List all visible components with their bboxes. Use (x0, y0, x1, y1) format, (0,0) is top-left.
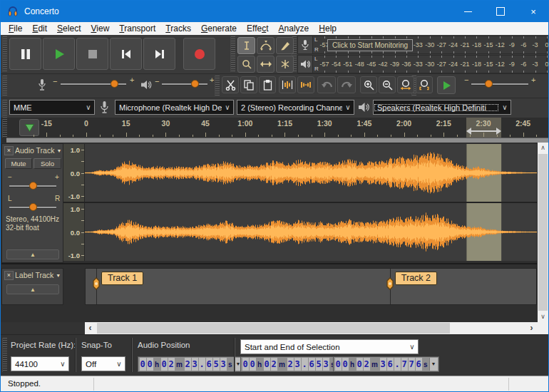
menu-help[interactable]: Help (314, 24, 342, 33)
mixer-toolbar-grip[interactable] (2, 76, 7, 96)
time-digit[interactable]: 2 (364, 358, 370, 371)
vertical-scrollbar[interactable]: ∧ ∨ (538, 143, 548, 322)
track-menu-icon[interactable]: ▼ (56, 273, 61, 278)
time-digit[interactable]: 6 (416, 358, 422, 371)
monitoring-overlay[interactable]: Click to Start Monitoring (327, 39, 413, 51)
track-gain-slider[interactable] (9, 181, 56, 191)
label-chip[interactable]: Track 2 (395, 272, 437, 285)
scroll-left-arrow[interactable]: ‹ (85, 322, 96, 334)
copy-button[interactable] (240, 76, 257, 93)
snap-to-select[interactable]: Off∨ (81, 356, 125, 371)
selection-tool-button[interactable] (237, 37, 255, 54)
undo-button[interactable] (317, 76, 336, 93)
recording-device-select[interactable]: Microphone (Realtek High Defini∨ (115, 100, 234, 115)
selection-end-field[interactable]: 00h02m36.776s▼ (333, 356, 439, 372)
time-digit[interactable]: 2 (185, 358, 191, 371)
close-track-button[interactable]: × (4, 146, 14, 155)
zoom-out-button[interactable] (379, 76, 396, 93)
audio-host-select[interactable]: MME∨ (9, 100, 95, 115)
collapse-track-button[interactable]: ▲ (6, 249, 59, 259)
mute-button[interactable]: Mute (5, 158, 32, 169)
trim-audio-button[interactable] (279, 76, 296, 93)
time-digit[interactable]: 3 (294, 358, 301, 371)
close-button[interactable]: × (517, 1, 549, 22)
label-marker-icon[interactable] (385, 277, 395, 293)
track-title[interactable]: Audio Track (15, 146, 54, 155)
time-digit[interactable]: . (394, 358, 401, 371)
track-menu-icon[interactable]: ▼ (56, 148, 61, 153)
selection-start-field[interactable]: 00h02m23.653s▼ (240, 356, 347, 372)
stop-button[interactable] (76, 38, 108, 70)
playback-device-select[interactable]: Speakers (Realtek High Definiti∨ (373, 100, 511, 115)
zoom-tool-button[interactable] (237, 56, 255, 73)
vertical-scroll-thumb[interactable] (538, 154, 548, 311)
record-volume-slider[interactable] (61, 79, 126, 89)
menu-select[interactable]: Select (52, 24, 86, 33)
time-digit[interactable]: 2 (271, 358, 277, 371)
gain-thumb[interactable] (29, 182, 37, 190)
edit-toolbar-grip[interactable] (215, 76, 220, 96)
label-chip[interactable]: Track 1 (101, 272, 143, 285)
time-digit[interactable]: 0 (140, 358, 146, 371)
maximize-button[interactable] (484, 1, 517, 22)
time-digit[interactable]: 3 (323, 358, 329, 371)
time-digit[interactable]: 2 (168, 358, 175, 371)
draw-tool-button[interactable] (276, 37, 294, 54)
redo-button[interactable] (337, 76, 356, 93)
waveform-canvas-right[interactable] (85, 203, 537, 261)
menu-view[interactable]: View (86, 24, 115, 33)
solo-button[interactable]: Solo (34, 158, 61, 169)
time-digit[interactable]: 3 (220, 358, 227, 371)
time-digit[interactable]: 0 (342, 358, 349, 371)
scroll-up-arrow[interactable]: ∧ (538, 143, 548, 153)
track-pan-slider[interactable] (9, 202, 56, 212)
waveform-canvas-left[interactable] (85, 144, 537, 202)
menu-effect[interactable]: Effect (242, 24, 274, 33)
cut-button[interactable] (222, 76, 239, 93)
horizontal-scrollbar[interactable]: ‹ › (85, 322, 537, 334)
recording-channels-select[interactable]: 2 (Stereo) Recording Channels∨ (237, 100, 354, 115)
tools-toolbar-grip[interactable] (230, 36, 235, 72)
paste-button[interactable] (259, 76, 276, 93)
pan-thumb[interactable] (29, 203, 37, 211)
recording-meter[interactable]: LR Click to Start Monitoring -57-54-51-4… (297, 36, 547, 54)
play-at-speed-button[interactable] (437, 76, 456, 94)
minimize-button[interactable] (451, 1, 484, 22)
time-digit[interactable]: 6 (206, 358, 212, 371)
time-digit[interactable]: 5 (213, 358, 220, 371)
time-digit[interactable]: 0 (356, 358, 363, 371)
playback-volume-slider[interactable] (162, 79, 207, 89)
time-digit[interactable]: 0 (242, 358, 249, 371)
pause-button[interactable] (9, 38, 41, 70)
selection-mode-select[interactable]: Start and End of Selection∨ (240, 339, 419, 354)
record-button[interactable] (183, 38, 215, 70)
time-digit[interactable]: 3 (380, 358, 386, 371)
scroll-down-arrow[interactable]: ∨ (538, 311, 548, 322)
audio-position-field[interactable]: 00h02m23.653s▼ (138, 356, 244, 372)
time-digit[interactable]: 6 (387, 358, 394, 371)
play-button[interactable] (43, 38, 75, 70)
playback-volume-thumb[interactable] (191, 80, 199, 88)
time-digit[interactable]: 0 (264, 358, 270, 371)
label-marker-icon[interactable] (91, 277, 101, 293)
menu-analyze[interactable]: Analyze (274, 24, 314, 33)
fit-selection-button[interactable] (397, 76, 414, 93)
menu-generate[interactable]: Generate (196, 24, 242, 33)
label-track-row[interactable]: Track 1Track 2 (85, 268, 537, 305)
project-rate-select[interactable]: 44100∨ (11, 356, 69, 371)
record-volume-thumb[interactable] (111, 80, 118, 88)
time-digit[interactable]: 0 (335, 358, 342, 371)
zoom-in-button[interactable] (360, 76, 377, 93)
time-digit[interactable]: 3 (192, 358, 198, 371)
horizontal-scroll-thumb[interactable] (97, 323, 450, 334)
time-digit[interactable]: 2 (287, 358, 294, 371)
fit-project-button[interactable] (416, 76, 433, 93)
time-digit[interactable]: 7 (401, 358, 408, 371)
track-title[interactable]: Label Track (15, 271, 53, 279)
menu-edit[interactable]: Edit (27, 24, 52, 33)
menu-file[interactable]: File (4, 24, 27, 33)
play-speed-slider[interactable] (471, 79, 528, 89)
time-shift-tool-button[interactable] (257, 56, 274, 73)
selection-toolbar-grip[interactable] (2, 338, 7, 372)
device-toolbar-grip[interactable] (2, 100, 7, 118)
